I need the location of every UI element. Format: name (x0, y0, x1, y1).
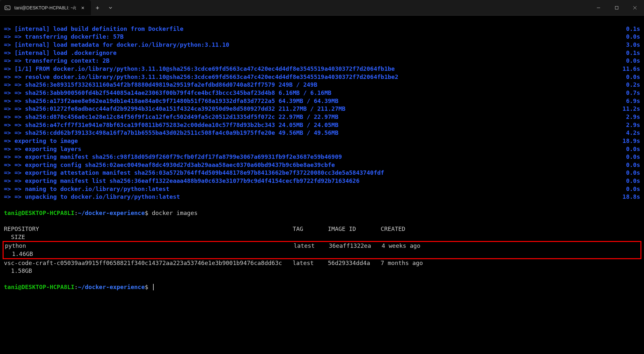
build-line: => => sha256:d870c456a0c1e28e12c84f56f9f… (4, 113, 640, 121)
prompt-path: ~/docker-experience (78, 209, 145, 216)
table-row: python latest 36eaff1322ea 4 weeks ago 1… (3, 241, 641, 259)
build-line: => => sha256:01272fe8adbacc44afd2b92994b… (4, 105, 640, 113)
build-line: => => resolve docker.io/library/python:3… (4, 73, 640, 81)
command-prompt: tani@DESKTOP-HCPA8LI:~/docker-experience… (4, 283, 640, 291)
table-header: REPOSITORY TAG IMAGE ID CREATED SIZE (4, 225, 640, 241)
prompt-user: tani@DESKTOP-HCPA8LI (4, 209, 74, 216)
terminal-icon (5, 5, 10, 11)
titlebar: tani@DESKTOP-HCPA8LI: ~/d ✕ + (0, 0, 644, 16)
tab-dropdown-button[interactable] (104, 0, 117, 15)
prompt-path: ~/docker-experience (78, 284, 145, 290)
window-controls (589, 0, 644, 16)
build-line: => exporting to image18.9s (4, 137, 640, 145)
build-line: => => sha256:3e89315f332631160a54f2bf888… (4, 81, 640, 89)
build-line: => => exporting manifest sha256:c98f18d0… (4, 153, 640, 161)
build-line: => => sha256:a47cff7f31e941e78bf63ca19f0… (4, 121, 640, 129)
tab-title: tani@DESKTOP-HCPA8LI: ~/d (14, 5, 76, 10)
build-line: => [1/1] FROM docker.io/library/python:3… (4, 65, 640, 73)
build-line: => => exporting config sha256:02aec0049e… (4, 161, 640, 169)
svg-rect-0 (5, 6, 10, 10)
close-window-button[interactable] (626, 0, 644, 16)
cursor (153, 284, 154, 290)
build-line: => => sha256:cdd62bf39133c498a16f7a7b1b6… (4, 129, 640, 137)
build-line: => => exporting layers0.0s (4, 145, 640, 153)
command-line: tani@DESKTOP-HCPA8LI:~/docker-experience… (4, 209, 640, 217)
build-line: => => sha256:a173f2aee8e962ea19db1e418ae… (4, 97, 640, 105)
minimize-button[interactable] (589, 0, 608, 16)
build-line: => [internal] load build definition from… (4, 25, 640, 33)
tabs-area: tani@DESKTOP-HCPA8LI: ~/d ✕ + (0, 0, 117, 15)
prompt-user: tani@DESKTOP-HCPA8LI (4, 284, 74, 290)
build-line: => [internal] load .dockerignore0.1s (4, 49, 640, 57)
terminal-output[interactable]: => [internal] load build definition from… (0, 16, 644, 300)
chevron-down-icon (109, 6, 112, 10)
build-line: => => exporting attestation manifest sha… (4, 169, 640, 177)
build-line: => => transferring context: 2B0.0s (4, 57, 640, 65)
build-line: => => exporting manifest list sha256:36e… (4, 177, 640, 185)
build-line: => => unpacking to docker.io/library/pyt… (4, 193, 640, 201)
build-line: => => transferring dockerfile: 57B0.0s (4, 33, 640, 41)
close-tab-icon[interactable]: ✕ (80, 3, 86, 12)
new-tab-button[interactable]: + (91, 0, 104, 15)
svg-rect-3 (615, 6, 618, 9)
build-line: => [internal] load metadata for docker.i… (4, 41, 640, 49)
terminal-tab[interactable]: tani@DESKTOP-HCPA8LI: ~/d ✕ (0, 0, 91, 15)
build-line: => => sha256:3abb900560fd4b2f544085a14ae… (4, 89, 640, 97)
build-line: => => naming to docker.io/library/python… (4, 185, 640, 193)
command-text: docker images (152, 209, 198, 216)
table-row: vsc-code-craft-c05039aa9915ff0658821f340… (4, 259, 640, 275)
maximize-button[interactable] (608, 0, 626, 16)
